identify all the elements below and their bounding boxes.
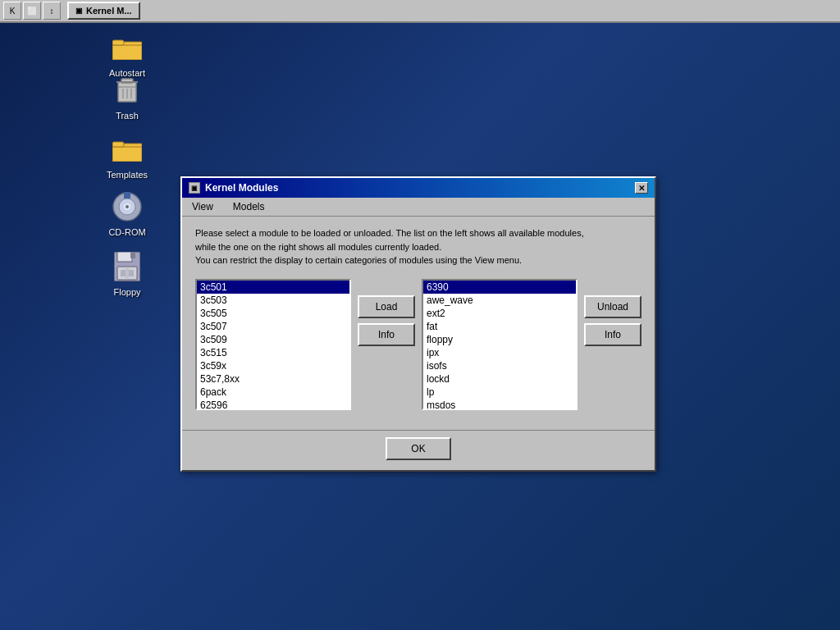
cdrom-label: CD-ROM (106, 226, 148, 238)
dialog-lists: 3c5013c5033c5053c5073c5093c5153c59x53c7,… (195, 279, 641, 410)
svg-rect-3 (112, 40, 124, 45)
dialog-title-icon: ▣ (189, 182, 200, 194)
loaded-module-item[interactable]: awe_wave (423, 294, 576, 307)
trash-label: Trash (113, 110, 141, 121)
desc-line2: while the one on the right shows all mod… (195, 240, 641, 254)
loaded-modules-list[interactable]: 6390awe_waveext2fatfloppyipxisofslockdlp… (422, 279, 578, 410)
taskbar-app-label: Kernel M... (86, 6, 132, 16)
loaded-module-item[interactable]: isofs (423, 359, 576, 372)
taskbar-icon-arrows[interactable]: ↕ (43, 2, 61, 20)
dialog-title-text: Kernel Modules (205, 182, 278, 194)
svg-rect-18 (124, 192, 130, 199)
dialog-title-area: ▣ Kernel Modules (189, 182, 278, 194)
svg-rect-2 (112, 45, 142, 60)
templates-folder-icon (111, 133, 144, 166)
taskbar-app-icon: ▣ (75, 7, 83, 15)
taskbar-icons: K ⬜ ↕ (3, 2, 61, 20)
loaded-module-item[interactable]: fat (423, 320, 576, 333)
svg-point-17 (126, 205, 129, 208)
available-module-item[interactable]: 3c501 (197, 281, 349, 294)
unload-buttons: Unload Info (584, 279, 641, 346)
desktop-icon-autostart[interactable]: Autostart (94, 31, 160, 79)
floppy-label: Floppy (111, 286, 143, 298)
svg-rect-21 (130, 252, 135, 258)
templates-label: Templates (104, 169, 150, 180)
dialog-close-button[interactable]: ✕ (635, 182, 648, 194)
available-module-item[interactable]: 3c509 (197, 333, 349, 346)
folder-icon (111, 31, 144, 64)
desktop-icon-trash[interactable]: Trash (94, 74, 160, 121)
menu-models[interactable]: Models (230, 199, 268, 214)
available-module-item[interactable]: 3c515 (197, 346, 349, 359)
desktop-icon-templates[interactable]: Templates (94, 133, 160, 180)
loaded-module-item[interactable]: msdos (423, 399, 576, 410)
available-module-item[interactable]: 6pack (197, 386, 349, 399)
desktop-icon-floppy[interactable]: Floppy (94, 250, 160, 298)
desc-line1: Please select a module to be loaded or u… (195, 226, 641, 240)
load-button[interactable]: Load (358, 295, 415, 318)
load-buttons: Load Info (358, 279, 415, 346)
svg-rect-13 (112, 142, 124, 147)
taskbar: K ⬜ ↕ ▣ Kernel M... (0, 0, 840, 23)
floppy-icon (111, 250, 144, 283)
ok-button[interactable]: OK (386, 437, 451, 460)
trash-icon (111, 74, 144, 107)
load-info-button[interactable]: Info (358, 323, 415, 346)
available-module-item[interactable]: 3c507 (197, 320, 349, 333)
dialog-titlebar: ▣ Kernel Modules ✕ (182, 178, 655, 198)
taskbar-icon-k[interactable]: K (3, 2, 21, 20)
cdrom-icon (111, 190, 144, 223)
dialog-body: Please select a module to be loaded or u… (182, 217, 655, 430)
available-modules-list[interactable]: 3c5013c5033c5053c5073c5093c5153c59x53c7,… (195, 279, 351, 410)
unload-info-button[interactable]: Info (584, 323, 641, 346)
available-module-item[interactable]: 3c505 (197, 307, 349, 320)
loaded-module-item[interactable]: ipx (423, 346, 576, 359)
loaded-module-item[interactable]: ext2 (423, 307, 576, 320)
available-module-item[interactable]: 3c59x (197, 359, 349, 372)
taskbar-icon-box[interactable]: ⬜ (23, 2, 41, 20)
loaded-module-item[interactable]: lockd (423, 372, 576, 386)
menu-view[interactable]: View (189, 199, 217, 214)
dialog-description: Please select a module to be loaded or u… (195, 226, 641, 267)
available-module-item[interactable]: 53c7,8xx (197, 372, 349, 386)
svg-rect-12 (112, 147, 142, 162)
dialog-footer: OK (182, 430, 655, 470)
unload-button[interactable]: Unload (584, 295, 641, 318)
desc-line3: You can restrict the display to certain … (195, 253, 641, 267)
loaded-list-container: 6390awe_waveext2fatfloppyipxisofslockdlp… (422, 279, 578, 410)
taskbar-app-button[interactable]: ▣ Kernel M... (67, 2, 140, 20)
svg-rect-20 (117, 252, 132, 262)
available-module-item[interactable]: 3c503 (197, 294, 349, 307)
desktop-icon-cdrom[interactable]: CD-ROM (94, 190, 160, 238)
loaded-module-item[interactable]: lp (423, 386, 576, 399)
loaded-module-item[interactable]: floppy (423, 333, 576, 346)
available-list-container: 3c5013c5033c5053c5073c5093c5153c59x53c7,… (195, 279, 351, 410)
dialog-menubar: View Models (182, 198, 655, 217)
loaded-module-item[interactable]: 6390 (423, 281, 576, 294)
kernel-modules-dialog: ▣ Kernel Modules ✕ View Models Please se… (180, 176, 656, 472)
svg-rect-24 (126, 268, 129, 278)
available-module-item[interactable]: 62596 (197, 399, 349, 410)
